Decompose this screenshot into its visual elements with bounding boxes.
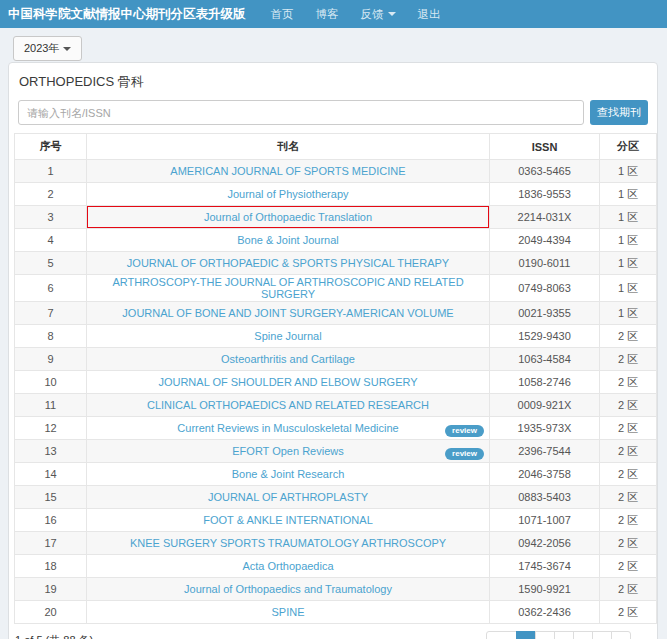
journal-link[interactable]: Spine Journal — [254, 330, 321, 342]
journal-issn: 0009-921X — [490, 394, 600, 417]
journal-name-cell: Bone & Joint Journal — [87, 229, 490, 252]
journal-link[interactable]: CLINICAL ORTHOPAEDICS AND RELATED RESEAR… — [147, 399, 429, 411]
journal-name-cell: KNEE SURGERY SPORTS TRAUMATOLOGY ARTHROS… — [87, 532, 490, 555]
journal-zone: 2 区 — [600, 509, 657, 532]
table-row: 12Current Reviews in Musculoskeletal Med… — [15, 417, 657, 440]
pagination-page-button[interactable] — [554, 631, 574, 639]
pagination-page-button[interactable] — [516, 631, 536, 639]
journal-link[interactable]: JOURNAL OF ARTHROPLASTY — [208, 491, 368, 503]
journal-zone: 1 区 — [600, 302, 657, 325]
journal-zone: 2 区 — [600, 463, 657, 486]
journal-name-cell: JOURNAL OF ARTHROPLASTY — [87, 486, 490, 509]
row-number: 13 — [15, 440, 87, 463]
journal-name-cell: Spine Journal — [87, 325, 490, 348]
nav-item-blog[interactable]: 博客 — [316, 7, 339, 22]
nav-item-feedback-label: 反馈 — [361, 7, 384, 22]
journal-zone: 1 区 — [600, 206, 657, 229]
journal-zone: 1 区 — [600, 160, 657, 183]
row-number: 18 — [15, 555, 87, 578]
journal-name-cell: AMERICAN JOURNAL OF SPORTS MEDICINE — [87, 160, 490, 183]
pagination-page-button[interactable] — [535, 631, 555, 639]
journal-link[interactable]: JOURNAL OF BONE AND JOINT SURGERY-AMERIC… — [122, 307, 453, 319]
nav-item-feedback[interactable]: 反馈 — [361, 7, 396, 22]
table-row: 14Bone & Joint Research2046-37582 区 — [15, 463, 657, 486]
table-row: 20SPINE0362-24362 区 — [15, 601, 657, 624]
journal-name-cell: Journal of Orthopaedic Translation — [87, 206, 490, 229]
journal-zone: 2 区 — [600, 440, 657, 463]
row-number: 5 — [15, 252, 87, 275]
table-row: 19Journal of Orthopaedics and Traumatolo… — [15, 578, 657, 601]
table-row: 15JOURNAL OF ARTHROPLASTY0883-54032 区 — [15, 486, 657, 509]
header-no: 序号 — [15, 134, 87, 160]
pagination-next-button[interactable] — [611, 631, 631, 639]
search-input[interactable] — [18, 100, 584, 125]
table-row: 11CLINICAL ORTHOPAEDICS AND RELATED RESE… — [15, 394, 657, 417]
journal-link[interactable]: Acta Orthopaedica — [242, 560, 333, 572]
row-number: 11 — [15, 394, 87, 417]
journal-zone: 2 区 — [600, 348, 657, 371]
review-badge: review — [445, 448, 484, 460]
table-row: 4Bone & Joint Journal2049-43941 区 — [15, 229, 657, 252]
search-bar: 查找期刊 — [18, 100, 648, 125]
journal-zone: 2 区 — [600, 601, 657, 624]
journal-link[interactable]: Journal of Orthopaedics and Traumatology — [184, 583, 392, 595]
journal-name-cell: SPINE — [87, 601, 490, 624]
journal-issn: 1935-973X — [490, 417, 600, 440]
journal-issn: 2046-3758 — [490, 463, 600, 486]
pagination — [487, 631, 631, 639]
table-row: 10JOURNAL OF SHOULDER AND ELBOW SURGERY1… — [15, 371, 657, 394]
site-title[interactable]: 中国科学院文献情报中心期刊分区表升级版 — [8, 6, 246, 23]
journal-name-cell: JOURNAL OF ORTHOPAEDIC & SPORTS PHYSICAL… — [87, 252, 490, 275]
journal-zone: 2 区 — [600, 394, 657, 417]
journal-link[interactable]: Current Reviews in Musculoskeletal Medic… — [177, 422, 398, 434]
journal-name-cell: Journal of Physiotherapy — [87, 183, 490, 206]
journal-issn: 0883-5403 — [490, 486, 600, 509]
journal-issn: 0942-2056 — [490, 532, 600, 555]
nav-item-home[interactable]: 首页 — [271, 7, 294, 22]
header-issn: ISSN — [490, 134, 600, 160]
pagination-page-button[interactable] — [573, 631, 593, 639]
journal-link[interactable]: AMERICAN JOURNAL OF SPORTS MEDICINE — [170, 165, 405, 177]
table-row: 17KNEE SURGERY SPORTS TRAUMATOLOGY ARTHR… — [15, 532, 657, 555]
table-row: 13EFORT Open Reviewsreview2396-75442 区 — [15, 440, 657, 463]
table-row: 6ARTHROSCOPY-THE JOURNAL OF ARTHROSCOPIC… — [15, 275, 657, 302]
journal-table-body: 1AMERICAN JOURNAL OF SPORTS MEDICINE0363… — [15, 160, 657, 624]
journal-link[interactable]: FOOT & ANKLE INTERNATIONAL — [203, 514, 373, 526]
journal-name-cell: JOURNAL OF SHOULDER AND ELBOW SURGERY — [87, 371, 490, 394]
row-number: 3 — [15, 206, 87, 229]
journal-issn: 0362-2436 — [490, 601, 600, 624]
journal-zone: 2 区 — [600, 486, 657, 509]
table-row: 5JOURNAL OF ORTHOPAEDIC & SPORTS PHYSICA… — [15, 252, 657, 275]
journal-link[interactable]: Bone & Joint Journal — [237, 234, 339, 246]
journal-name-cell: ARTHROSCOPY-THE JOURNAL OF ARTHROSCOPIC … — [87, 275, 490, 302]
nav-item-logout[interactable]: 退出 — [418, 7, 441, 22]
journal-zone: 1 区 — [600, 183, 657, 206]
journal-zone: 1 区 — [600, 275, 657, 302]
year-dropdown-button[interactable]: 2023年 — [13, 36, 82, 61]
journal-link[interactable]: KNEE SURGERY SPORTS TRAUMATOLOGY ARTHROS… — [130, 537, 446, 549]
journal-link[interactable]: Osteoarthritis and Cartilage — [221, 353, 355, 365]
journal-link[interactable]: Journal of Physiotherapy — [227, 188, 348, 200]
journal-issn: 1058-2746 — [490, 371, 600, 394]
row-number: 9 — [15, 348, 87, 371]
journal-issn: 2049-4394 — [490, 229, 600, 252]
journal-link[interactable]: Journal of Orthopaedic Translation — [204, 211, 372, 223]
table-row: 7JOURNAL OF BONE AND JOINT SURGERY-AMERI… — [15, 302, 657, 325]
journal-link[interactable]: SPINE — [271, 606, 304, 618]
journal-link[interactable]: ARTHROSCOPY-THE JOURNAL OF ARTHROSCOPIC … — [112, 276, 463, 300]
journal-link[interactable]: EFORT Open Reviews — [232, 445, 343, 457]
pagination-prev-button[interactable] — [486, 631, 517, 639]
table-row: 1AMERICAN JOURNAL OF SPORTS MEDICINE0363… — [15, 160, 657, 183]
journal-list-panel: ORTHOPEDICS 骨科 查找期刊 序号 刊名 ISSN 分区 1AMERI… — [8, 62, 658, 639]
pagination-page-button[interactable] — [592, 631, 612, 639]
journal-link[interactable]: JOURNAL OF ORTHOPAEDIC & SPORTS PHYSICAL… — [127, 257, 449, 269]
journal-link[interactable]: Bone & Joint Research — [232, 468, 345, 480]
row-number: 1 — [15, 160, 87, 183]
journal-zone: 2 区 — [600, 371, 657, 394]
table-header-row: 序号 刊名 ISSN 分区 — [15, 134, 657, 160]
journal-link[interactable]: JOURNAL OF SHOULDER AND ELBOW SURGERY — [158, 376, 417, 388]
search-journal-button[interactable]: 查找期刊 — [590, 100, 648, 125]
row-number: 14 — [15, 463, 87, 486]
caret-down-icon — [388, 12, 396, 16]
journal-zone: 2 区 — [600, 578, 657, 601]
